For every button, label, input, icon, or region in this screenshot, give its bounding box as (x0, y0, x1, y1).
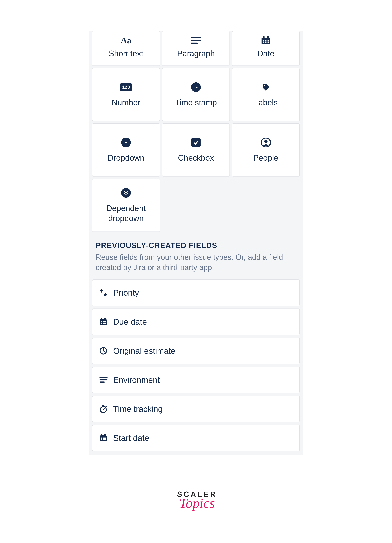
svg-rect-40 (104, 434, 106, 436)
tile-label: People (250, 153, 282, 163)
svg-rect-41 (101, 437, 102, 439)
tile-label: Paragraph (174, 49, 218, 59)
tile-label: Short text (105, 49, 147, 59)
logo-line2: Topics (176, 495, 218, 511)
tile-label: Dropdown (104, 153, 148, 163)
svg-rect-20 (104, 318, 106, 320)
svg-line-37 (103, 408, 105, 410)
svg-line-36 (106, 406, 106, 407)
field-label: Time tracking (113, 404, 163, 414)
svg-rect-19 (101, 318, 102, 320)
paragraph-icon (191, 35, 201, 46)
svg-rect-21 (101, 321, 102, 322)
svg-rect-46 (104, 439, 106, 440)
dropdown-icon (121, 137, 131, 148)
tile-label: Number (108, 97, 144, 108)
tag-icon (261, 81, 270, 93)
field-type-grid: Aa Short text Paragraph Date 123 Number (89, 31, 303, 235)
svg-rect-25 (103, 323, 104, 324)
previously-created-list: Priority Due date Original estimate Envi… (89, 279, 303, 451)
person-icon (261, 137, 271, 148)
svg-rect-8 (265, 40, 267, 41)
svg-rect-5 (263, 36, 264, 39)
tile-short-text[interactable]: Aa Short text (92, 31, 160, 66)
svg-rect-9 (268, 40, 269, 41)
svg-rect-7 (263, 40, 264, 41)
svg-rect-34 (102, 405, 104, 406)
svg-rect-45 (103, 439, 104, 440)
tile-people[interactable]: People (232, 123, 300, 176)
tile-number[interactable]: 123 Number (92, 68, 160, 121)
priority-icon (99, 288, 113, 297)
tile-dropdown[interactable]: Dropdown (92, 123, 160, 176)
paragraph-icon (99, 377, 113, 383)
double-chevron-icon (121, 187, 131, 199)
svg-point-15 (263, 85, 265, 86)
field-due-date[interactable]: Due date (92, 309, 300, 335)
previously-created-heading: PREVIOUSLY-CREATED FIELDS (89, 241, 303, 252)
field-label: Due date (113, 317, 147, 327)
checkbox-icon (191, 137, 201, 148)
field-time-tracking[interactable]: Time tracking (92, 396, 300, 422)
svg-rect-43 (104, 437, 106, 439)
field-start-date[interactable]: Start date (92, 425, 300, 451)
field-label: Priority (113, 288, 139, 297)
svg-rect-39 (101, 434, 102, 436)
tile-dependent-dropdown[interactable]: Dependent dropdown (92, 179, 160, 232)
svg-rect-24 (101, 323, 102, 324)
clock-icon (191, 81, 201, 93)
calendar-icon (99, 318, 113, 326)
scaler-topics-logo: SCALER Topics (176, 490, 218, 511)
field-original-estimate[interactable]: Original estimate (92, 338, 300, 364)
svg-rect-23 (104, 321, 106, 322)
svg-rect-11 (265, 42, 267, 43)
tile-label: Checkbox (174, 153, 217, 163)
svg-rect-44 (101, 439, 102, 440)
field-label: Environment (113, 375, 160, 385)
calendar-icon (261, 35, 271, 46)
text-icon: Aa (121, 35, 131, 46)
field-priority[interactable]: Priority (92, 279, 300, 306)
svg-point-17 (264, 140, 268, 143)
previously-created-subtitle: Reuse fields from your other issue types… (89, 252, 303, 279)
svg-rect-12 (268, 42, 269, 43)
tile-checkbox[interactable]: Checkbox (162, 123, 230, 176)
tile-paragraph[interactable]: Paragraph (162, 31, 230, 66)
svg-rect-10 (263, 42, 264, 43)
tile-label: Time stamp (172, 97, 220, 108)
stopwatch-icon (99, 405, 113, 413)
field-label: Start date (113, 433, 149, 443)
field-environment[interactable]: Environment (92, 367, 300, 393)
number-icon: 123 (120, 81, 132, 93)
svg-rect-22 (103, 321, 104, 322)
tile-label: Labels (251, 97, 281, 108)
tile-labels[interactable]: Labels (232, 68, 300, 121)
field-label: Original estimate (113, 346, 175, 356)
clock-outline-icon (99, 347, 113, 355)
svg-rect-6 (267, 36, 269, 39)
tile-date[interactable]: Date (232, 31, 300, 66)
field-type-panel: Aa Short text Paragraph Date 123 Number (89, 31, 303, 455)
calendar-icon (99, 434, 113, 442)
svg-rect-26 (104, 323, 106, 324)
svg-line-14 (196, 87, 197, 88)
tile-label: Date (254, 49, 278, 59)
svg-rect-42 (103, 437, 104, 439)
svg-line-29 (103, 351, 105, 351)
tile-timestamp[interactable]: Time stamp (162, 68, 230, 121)
tile-label: Dependent dropdown (92, 203, 160, 223)
